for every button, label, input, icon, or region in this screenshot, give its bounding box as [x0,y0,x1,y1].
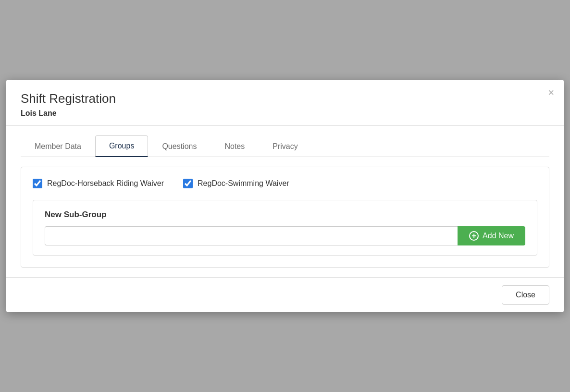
tab-bar: Member Data Groups Questions Notes Priva… [21,135,549,157]
checkbox-swimming-text: RegDoc-Swimming Waiver [198,179,289,188]
tab-questions[interactable]: Questions [148,135,211,157]
checkbox-horseback-label[interactable]: RegDoc-Horseback Riding Waiver [33,179,164,188]
modal-close-button[interactable]: × [548,87,554,98]
sub-group-input-row: + Add New [45,226,525,245]
modal-footer: Close [6,277,564,312]
checkbox-horseback[interactable] [33,179,42,188]
add-new-button[interactable]: + Add New [458,226,525,245]
tab-notes[interactable]: Notes [211,135,259,157]
tab-privacy[interactable]: Privacy [259,135,311,157]
sub-group-input[interactable] [45,226,458,245]
modal-dialog: Shift Registration Lois Lane × Member Da… [6,80,564,312]
plus-circle-icon: + [469,231,479,241]
checkbox-swimming-label[interactable]: RegDoc-Swimming Waiver [183,179,289,188]
checkbox-swimming[interactable] [183,179,193,188]
sub-group-box: New Sub-Group + Add New [33,200,537,256]
modal-overlay: Shift Registration Lois Lane × Member Da… [0,0,570,392]
checkboxes-row: RegDoc-Horseback Riding Waiver RegDoc-Sw… [33,179,537,188]
modal-body: Member Data Groups Questions Notes Priva… [6,126,564,277]
tab-member-data[interactable]: Member Data [21,135,95,157]
close-footer-button[interactable]: Close [502,285,549,305]
modal-header: Shift Registration Lois Lane × [6,80,564,126]
groups-tab-content: RegDoc-Horseback Riding Waiver RegDoc-Sw… [21,167,549,268]
add-new-label: Add New [483,232,514,240]
tab-groups[interactable]: Groups [95,135,148,157]
modal-subtitle: Lois Lane [21,109,549,118]
checkbox-horseback-text: RegDoc-Horseback Riding Waiver [47,179,164,188]
modal-title: Shift Registration [21,91,549,106]
sub-group-title: New Sub-Group [45,210,525,220]
